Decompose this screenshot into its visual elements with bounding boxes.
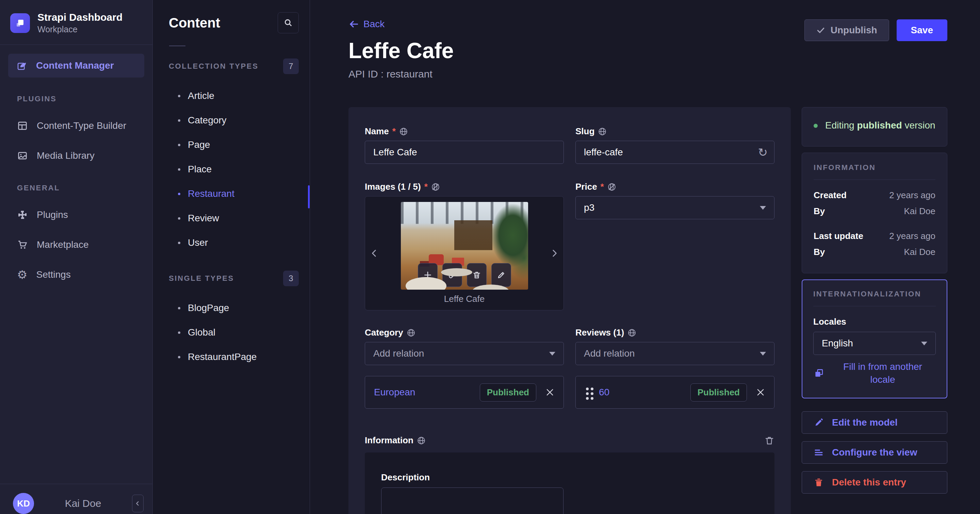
globe-icon [598,127,607,136]
slug-input[interactable] [576,141,775,164]
workspace-brand[interactable]: Strapi Dashboard Workplace [0,0,153,44]
editing-status-box: Editing published version [802,107,947,146]
subnav-item-blogpage[interactable]: BlogPage [153,296,310,320]
chevron-left-icon [135,500,141,506]
sidebar-item-plugins[interactable]: Plugins [0,204,153,226]
sidebar-item-content-manager[interactable]: Content Manager [8,54,144,78]
nav-spacer [0,286,153,484]
bullet-icon [178,307,180,309]
workspace-title: Strapi Dashboard [37,11,123,23]
bullet-icon [178,168,180,171]
collapse-sidebar-button[interactable] [132,495,143,512]
globe-icon [417,436,426,445]
divider [0,44,153,45]
globe-icon [399,127,408,136]
scrollbar-thumb[interactable] [308,185,310,208]
locales-label: Locales [813,316,936,327]
meta-row-updated-by: ByKai Doe [814,247,935,257]
subnav-title: Content [169,15,220,30]
reviews-relation-select[interactable]: Add relation [576,342,775,365]
strapi-app: Strapi Dashboard Workplace Content Manag… [0,0,980,514]
sidebar-item-content-type-builder[interactable]: Content-Type Builder [0,115,153,136]
category-field: Category Add relation European Published [365,327,564,409]
main-nav: Strapi Dashboard Workplace Content Manag… [0,0,153,514]
globe-strike-icon [431,182,440,191]
information-box: INFORMATION Created2 years ago ByKai Doe… [802,152,947,273]
copy-icon [813,368,825,379]
regenerate-icon[interactable]: ↻ [758,146,768,158]
locale-select[interactable]: English [813,332,936,355]
remove-relation-button[interactable] [756,387,765,397]
fill-from-locale-link[interactable]: Fill in from another locale [813,360,936,386]
sidebar-item-marketplace[interactable]: Marketplace [0,234,153,255]
subnav-item-article[interactable]: Article [153,84,310,108]
sidebar-item-settings[interactable]: ⚙ Settings [0,264,153,286]
image-icon [17,150,28,161]
status-badge: Published [690,384,747,401]
subnav-item-restaurant[interactable]: Restaurant [153,181,310,206]
gear-icon: ⚙ [17,269,27,281]
search-button[interactable] [278,12,299,33]
avatar[interactable]: KD [13,493,34,514]
save-button[interactable]: Save [897,19,947,41]
drag-handle-icon[interactable] [586,387,589,390]
price-field: Price* p3 [576,181,775,310]
divider [169,46,185,46]
chevron-down-icon [760,206,766,210]
chevron-down-icon [549,352,555,355]
configure-view-button[interactable]: Configure the view [802,441,947,464]
pencil-icon [814,417,824,428]
entry-form-panel: Name* Slug [348,107,791,514]
subnav-item-place[interactable]: Place [153,157,310,181]
api-id: API ID : restaurant [348,68,947,80]
edit-asset-button[interactable] [492,263,511,287]
restaurant-photo [401,202,528,290]
edit-model-button[interactable]: Edit the model [802,411,947,434]
page-title: Leffe Cafe [348,39,947,62]
back-link[interactable]: Back [348,19,385,30]
relation-link[interactable]: 60 [599,387,609,398]
collection-types-header: COLLECTION TYPES 7 [169,59,299,74]
carousel-prev-button[interactable] [365,197,383,310]
list-icon [814,447,824,458]
information-component-header: Information [365,435,775,446]
carousel-next-button[interactable] [545,197,563,310]
bullet-icon [178,144,180,146]
globe-strike-icon [608,182,616,191]
subnav-item-restaurantpage[interactable]: RestaurantPage [153,345,310,369]
description-textarea[interactable] [381,487,563,514]
subnav-item-page[interactable]: Page [153,133,310,157]
name-input[interactable] [365,141,564,164]
subnav-item-global[interactable]: Global [153,320,310,345]
add-asset-button[interactable] [418,263,438,287]
nav-section-plugins: PLUGINS [17,95,153,103]
meta-row-last-update: Last update2 years ago [814,231,935,241]
relation-link[interactable]: European [374,387,415,398]
nav-section-general: GENERAL [17,184,153,192]
bullet-icon [178,193,180,195]
single-types-list: BlogPage Global RestaurantPage [153,296,310,369]
delete-component-button[interactable] [764,435,775,446]
unpublish-button[interactable]: Unpublish [804,19,889,41]
subnav-item-user[interactable]: User [153,230,310,255]
status-dot-icon [814,124,818,128]
brand-text: Strapi Dashboard Workplace [37,11,123,34]
copy-link-button[interactable] [442,263,462,287]
delete-entry-button[interactable]: Delete this entry [802,471,947,493]
sidebar-item-media-library[interactable]: Media Library [0,145,153,167]
chevron-down-icon [760,352,766,355]
category-relation-select[interactable]: Add relation [365,342,564,365]
check-icon [816,26,825,35]
content-manager-icon [16,60,28,71]
subnav-item-category[interactable]: Category [153,108,310,133]
description-label: Description [381,472,758,483]
images-field: Images (1 / 5)* [365,181,564,310]
layout-icon [17,121,28,131]
user-area: KD Kai Doe [0,484,153,514]
delete-asset-button[interactable] [467,263,487,287]
reviews-field: Reviews (1) Add relation 60 P [576,327,775,409]
price-select[interactable]: p3 [576,196,775,219]
remove-relation-button[interactable] [545,387,555,397]
subnav-item-review[interactable]: Review [153,206,310,230]
trash-icon [814,477,824,487]
